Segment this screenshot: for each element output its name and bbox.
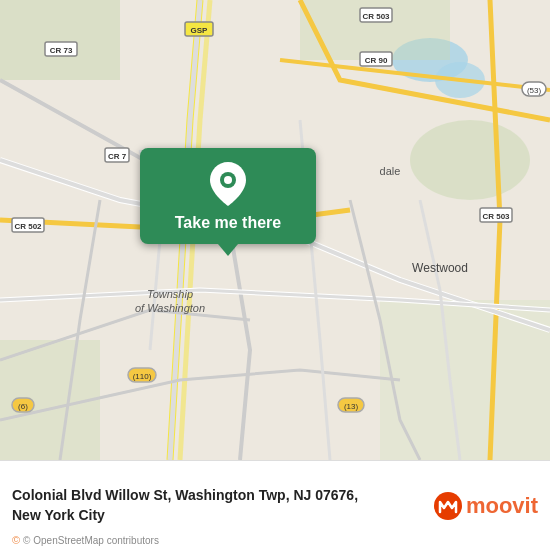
svg-text:(53): (53) — [527, 86, 542, 95]
take-me-there-label: Take me there — [175, 214, 281, 232]
location-pin-icon — [210, 162, 246, 206]
svg-text:(13): (13) — [344, 402, 359, 411]
svg-point-38 — [434, 492, 462, 520]
svg-text:dale: dale — [380, 165, 401, 177]
svg-text:CR 502: CR 502 — [14, 222, 42, 231]
moovit-logo: moovit — [434, 492, 538, 520]
app-container: CR 73 GSP CR 90 CR 503 (53) CR 503 CR 50… — [0, 0, 550, 550]
svg-text:CR 503: CR 503 — [362, 12, 390, 21]
moovit-text: moovit — [466, 493, 538, 519]
svg-text:GSP: GSP — [191, 26, 209, 35]
svg-point-5 — [410, 120, 530, 200]
svg-text:(110): (110) — [133, 372, 152, 381]
svg-text:Township: Township — [147, 288, 193, 300]
svg-text:of Washington: of Washington — [135, 302, 205, 314]
svg-text:CR 503: CR 503 — [482, 212, 510, 221]
svg-text:(6): (6) — [18, 402, 28, 411]
attribution: © © OpenStreetMap contributors — [12, 534, 159, 546]
svg-text:Westwood: Westwood — [412, 261, 468, 275]
svg-text:CR 90: CR 90 — [365, 56, 388, 65]
attribution-text: © OpenStreetMap contributors — [23, 535, 159, 546]
take-me-there-button[interactable]: Take me there — [140, 148, 316, 244]
svg-rect-3 — [0, 0, 120, 80]
svg-text:CR 73: CR 73 — [50, 46, 73, 55]
moovit-brand-icon — [434, 492, 462, 520]
svg-point-37 — [224, 176, 232, 184]
svg-text:CR 7: CR 7 — [108, 152, 127, 161]
map-area: CR 73 GSP CR 90 CR 503 (53) CR 503 CR 50… — [0, 0, 550, 460]
bottom-bar: Colonial Blvd Willow St, Washington Twp,… — [0, 460, 550, 550]
